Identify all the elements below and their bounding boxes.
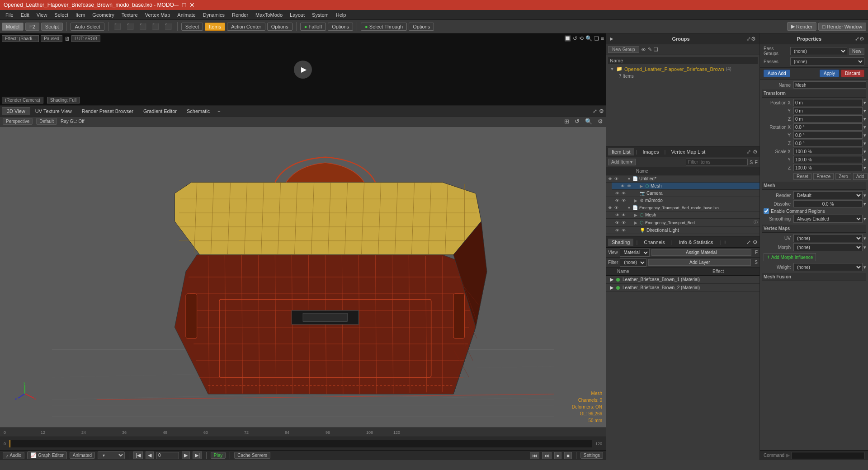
tab-info-statistics[interactable]: Info & Statistics bbox=[675, 239, 717, 246]
frame-input[interactable] bbox=[156, 452, 179, 459]
groups-icon-3[interactable]: ❏ bbox=[654, 47, 658, 52]
add-layer-btn[interactable]: Add Layer bbox=[648, 259, 751, 266]
eye-cam[interactable]: 👁 bbox=[615, 191, 622, 196]
material-row-2[interactable]: ▶ Leather_Briefcase_Brown_2 (Material) bbox=[606, 284, 760, 292]
prev-frame-btn[interactable]: ◀ bbox=[146, 451, 154, 459]
preview-shading[interactable]: Shading: Full bbox=[47, 97, 80, 103]
tab-vertex-map-list[interactable]: Vertex Map List bbox=[667, 148, 709, 155]
rotation-z-input[interactable] bbox=[793, 140, 863, 147]
expand-etb-bed[interactable]: ▶ bbox=[634, 221, 640, 225]
eye-etb-mesh[interactable]: 👁 bbox=[615, 213, 622, 217]
titlebar-controls[interactable]: ─ □ ✕ bbox=[174, 1, 195, 9]
groups-icon-1[interactable]: 👁 bbox=[641, 47, 646, 52]
zero-btn[interactable]: Zero bbox=[835, 173, 851, 180]
rotation-x-input[interactable] bbox=[793, 123, 863, 131]
eye-dlight-2[interactable]: 👁 bbox=[622, 228, 628, 233]
position-y-input[interactable] bbox=[793, 107, 863, 114]
morph-select[interactable]: (none) bbox=[793, 243, 863, 251]
expand-etb-mesh[interactable]: ▶ bbox=[634, 213, 640, 217]
pass-groups-select[interactable]: (none) bbox=[790, 47, 847, 55]
preview-lut[interactable]: LUT: sRGB bbox=[71, 35, 100, 42]
item-row-mesh[interactable]: 👁 👁 ▶ ⬡ Mesh bbox=[612, 183, 760, 190]
menu-system[interactable]: System bbox=[308, 11, 332, 19]
render-window-btn[interactable]: □ Render Window bbox=[818, 23, 866, 31]
action-center-btn[interactable]: Action Center bbox=[227, 23, 265, 31]
menu-dynamics[interactable]: Dynamics bbox=[199, 11, 228, 19]
eye-etb-mesh-2[interactable]: 👁 bbox=[622, 213, 628, 217]
animated-btn[interactable]: Animated bbox=[70, 452, 95, 459]
menu-geometry[interactable]: Geometry bbox=[89, 11, 118, 19]
shading-settings-btn[interactable]: ⚙ bbox=[753, 239, 758, 245]
preview-camera[interactable]: (Render Camera) bbox=[2, 97, 43, 103]
timeline-track[interactable] bbox=[9, 440, 592, 447]
apply-btn[interactable]: Apply bbox=[820, 70, 839, 77]
uv-arrow[interactable]: ▾ bbox=[863, 235, 866, 241]
groups-item[interactable]: ▼ 📁 Opened_Leather_Flapover_Briefcase_Br… bbox=[608, 65, 758, 73]
transport-icon-3[interactable]: ● bbox=[554, 452, 562, 459]
transport-icon-4[interactable]: ■ bbox=[564, 452, 572, 459]
uv-select[interactable]: (none) bbox=[793, 234, 863, 242]
eye-mesh[interactable]: 👁 bbox=[621, 184, 627, 188]
tab-shading[interactable]: Shading bbox=[608, 239, 633, 246]
groups-expand-btn[interactable]: ⤢ bbox=[746, 36, 751, 42]
tab-3d-view[interactable]: 3D View bbox=[2, 107, 30, 115]
item-row-m2modo[interactable]: 👁 👁 ▶ ⚙ m2modo bbox=[606, 197, 760, 204]
tool-icon-1[interactable]: ⬛ bbox=[112, 22, 123, 31]
pos-z-arrow[interactable]: ▾ bbox=[863, 116, 866, 122]
menu-animate[interactable]: Animate bbox=[174, 11, 199, 19]
rot-x-arrow[interactable]: ▾ bbox=[863, 124, 866, 130]
eye-mesh-2[interactable]: 👁 bbox=[627, 184, 633, 188]
play-label-btn[interactable]: Play bbox=[211, 452, 226, 459]
expand-m2[interactable]: ▶ bbox=[634, 198, 640, 203]
minimize-btn[interactable]: ─ bbox=[174, 1, 179, 9]
eye-etb-2[interactable]: 👁 bbox=[614, 206, 621, 210]
play-btn[interactable]: ▶ bbox=[182, 451, 190, 459]
eye-dlight[interactable]: 👁 bbox=[615, 228, 622, 233]
preview-icon-3[interactable]: ⟲ bbox=[579, 35, 584, 42]
viewport-canvas[interactable]: x z y Mesh Channels: 0 Deformers: ON GL:… bbox=[0, 127, 606, 428]
eye-etb[interactable]: 👁 bbox=[608, 206, 614, 210]
scale-z-input[interactable] bbox=[793, 164, 863, 171]
render-arrow[interactable]: ▾ bbox=[863, 193, 866, 198]
add-item-btn[interactable]: Add Item ▾ bbox=[608, 159, 636, 165]
cache-servers-btn[interactable]: Cache Servers bbox=[234, 452, 270, 459]
enable-cmd-regions-check[interactable] bbox=[764, 208, 769, 214]
mode-f2-btn[interactable]: F2 bbox=[25, 23, 39, 31]
mesh-title[interactable]: Mesh bbox=[762, 182, 866, 190]
pos-x-arrow[interactable]: ▾ bbox=[863, 100, 866, 106]
next-frame-btn[interactable]: ▶| bbox=[193, 451, 202, 459]
viewport-expand-icon[interactable]: ⤢ bbox=[593, 108, 597, 114]
position-z-input[interactable] bbox=[793, 115, 863, 122]
viewport-settings-icon[interactable]: ⚙ bbox=[599, 108, 604, 114]
options-btn-1[interactable]: Options bbox=[267, 23, 292, 31]
mode-sculpt-btn[interactable]: Sculpt bbox=[41, 23, 63, 31]
item-row-dlight[interactable]: 👁 👁 💡 Directional Light bbox=[606, 227, 760, 234]
reset-btn[interactable]: Reset bbox=[793, 173, 811, 180]
weight-select[interactable]: (none) bbox=[793, 263, 863, 271]
discard-btn[interactable]: Discard bbox=[841, 70, 864, 77]
tab-images[interactable]: Images bbox=[639, 148, 662, 155]
tool-icon-5[interactable]: ⬛ bbox=[163, 22, 174, 31]
tab-item-list[interactable]: Item List bbox=[608, 148, 634, 155]
filter-icon-2[interactable]: F bbox=[755, 160, 758, 165]
settings-btn[interactable]: Settings bbox=[580, 452, 603, 459]
eye-m2[interactable]: 👁 bbox=[615, 198, 622, 203]
shading-content[interactable]: ▶ Leather_Briefcase_Brown_1 (Material) ▶… bbox=[606, 276, 760, 327]
maximize-btn[interactable]: □ bbox=[182, 1, 186, 9]
preview-icon-6[interactable]: ≡ bbox=[601, 35, 604, 42]
auto-add-btn[interactable]: Auto Add bbox=[764, 70, 790, 77]
menu-vertexmap[interactable]: Vertex Map bbox=[142, 11, 174, 19]
eye-2[interactable]: 👁 bbox=[614, 177, 621, 181]
expand-mesh[interactable]: ▶ bbox=[640, 184, 645, 188]
add-btn[interactable]: Add bbox=[853, 173, 868, 180]
groups-settings-btn[interactable]: ⚙ bbox=[751, 36, 756, 42]
animated-select[interactable]: ▾ bbox=[98, 451, 125, 459]
viewport-search-icon[interactable]: 🔍 bbox=[585, 118, 592, 125]
itemlist-expand-btn[interactable]: ⤢ bbox=[746, 149, 751, 155]
eye-m2-2[interactable]: 👁 bbox=[622, 198, 628, 203]
filter-icon[interactable]: S bbox=[750, 160, 753, 165]
scale-x-arrow[interactable]: ▾ bbox=[863, 149, 866, 155]
pos-y-arrow[interactable]: ▾ bbox=[863, 108, 866, 114]
material-row-1[interactable]: ▶ Leather_Briefcase_Brown_1 (Material) bbox=[606, 276, 760, 284]
name-input[interactable] bbox=[793, 81, 866, 89]
